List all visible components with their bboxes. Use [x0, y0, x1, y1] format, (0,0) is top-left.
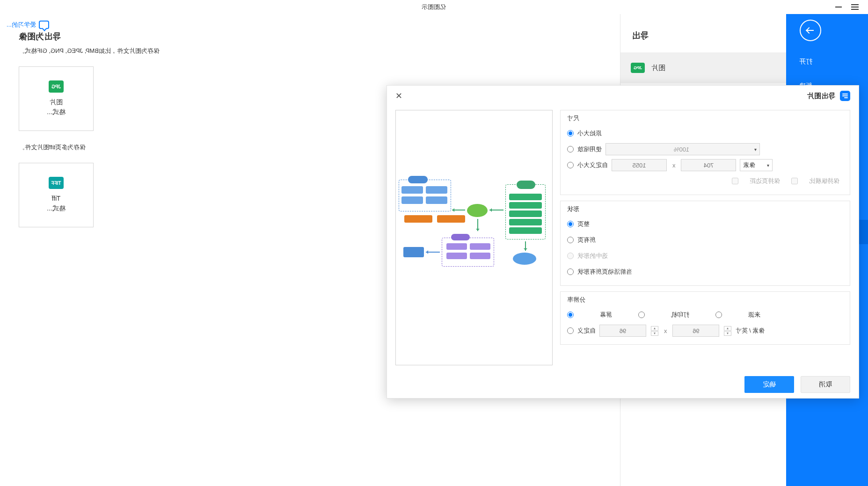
group-title-res: 分辨率 — [567, 296, 843, 304]
checkbox-margin-label: 保持页边距 — [750, 177, 780, 185]
radio-full-page[interactable] — [567, 221, 574, 227]
unit-value: 像素 — [744, 161, 756, 169]
study-bubble-label: 爱学习的... — [7, 21, 36, 29]
jpg-badge-icon: JPG — [631, 63, 645, 73]
export-item-image[interactable]: 图片 JPG — [620, 52, 786, 83]
zoom-value: 100% — [609, 146, 754, 153]
opt-source-label: 来源 — [748, 311, 760, 319]
radio-original-size[interactable] — [567, 130, 574, 137]
study-bubble[interactable]: 爱学习的... — [7, 21, 49, 29]
res-unit-label: 像素 / 英寸 — [736, 326, 765, 335]
app-title: 亿图图示 — [422, 3, 446, 11]
opt-zoom-label: 使用缩放 — [577, 145, 602, 153]
opt-allpages-label: 所有页 — [577, 236, 596, 244]
opt-original-label: 原始大小 — [577, 129, 602, 138]
close-icon[interactable]: ✕ — [395, 91, 402, 101]
export-image-dialog: 导出图片 ✕ 尺寸 原始大小 ▾ 100% 使用缩放 — [387, 85, 859, 399]
res-spinner-1[interactable]: ▴▾ — [650, 326, 658, 336]
opt-custom-label: 自定义大小 — [577, 161, 608, 169]
height-input[interactable] — [681, 159, 737, 171]
arrow-right-icon — [807, 27, 814, 34]
radio-zoom[interactable] — [567, 146, 574, 152]
radio-source[interactable] — [715, 312, 722, 318]
radio-screen[interactable] — [567, 312, 574, 318]
opt-allshapes-label: 当前活动页所有形状 — [577, 268, 632, 276]
width-input[interactable] — [612, 159, 667, 171]
sidebar-label: 打开 — [799, 58, 812, 66]
tile-label: 图片 格式... — [47, 97, 66, 117]
shape-group: 形状 整页 所有页 选中的形状 当前活动页所有形状 — [560, 201, 850, 286]
app-logo-icon — [840, 91, 850, 101]
ok-button[interactable]: 确定 — [744, 376, 794, 393]
hamburger-icon[interactable] — [851, 7, 859, 7]
flowchart-preview — [400, 181, 548, 294]
chevron-down-icon: ▾ — [754, 147, 757, 152]
tiff-icon: TIFF — [49, 177, 64, 189]
sidebar-item-open[interactable]: 打开 — [786, 50, 868, 74]
group-title-size: 尺寸 — [567, 114, 843, 123]
opt-printer-label: 打印机 — [671, 311, 689, 319]
res-input-1[interactable] — [599, 325, 646, 337]
zoom-combo[interactable]: ▾ 100% — [605, 143, 760, 155]
tile-image-format[interactable]: JPG 图片 格式... — [19, 66, 94, 131]
export-header: 导出 — [620, 30, 786, 41]
opt-screen-label: 屏幕 — [600, 311, 612, 319]
export-item-label: 图片 — [651, 64, 665, 73]
radio-printer[interactable] — [638, 312, 645, 318]
resolution-group: 分辨率 来源 打印机 屏幕 像素 / 英寸 ▴▾ x ▴▾ 自定义 — [560, 291, 850, 345]
x-separator: x — [672, 162, 676, 169]
tile-label: Tiff 格式... — [47, 194, 66, 213]
tile-tiff-format[interactable]: TIFF Tiff 格式... — [19, 163, 94, 227]
back-button[interactable] — [800, 20, 821, 41]
checkbox-aspect-label: 保持纵横比 — [809, 177, 839, 185]
opt-rescustom-label: 自定义 — [577, 326, 596, 335]
jpg-icon: JPG — [49, 80, 64, 93]
opt-selection-label: 选中的形状 — [577, 252, 608, 260]
radio-custom-size[interactable] — [567, 162, 574, 168]
x-separator: x — [664, 327, 667, 334]
detail-title: 导出为图像 — [19, 31, 601, 42]
unit-combo[interactable]: ▾ 像素 — [740, 159, 773, 171]
size-group: 尺寸 原始大小 ▾ 100% 使用缩放 ▾ 像素 — [560, 110, 850, 195]
speech-bubble-icon — [39, 21, 49, 29]
detail-desc: 保存为图片文件，比如BMP, JPEG, PNG, GIF格式。 — [19, 47, 601, 55]
ok-label: 确定 — [763, 380, 776, 389]
group-title-shape: 形状 — [567, 205, 843, 213]
radio-selection[interactable] — [567, 253, 574, 259]
dialog-title: 导出图片 — [807, 92, 835, 101]
checkbox-aspect-ratio[interactable] — [732, 178, 738, 184]
opt-fullpage-label: 整页 — [577, 220, 590, 228]
chevron-down-icon: ▾ — [767, 163, 770, 168]
res-input-2[interactable] — [673, 325, 720, 337]
radio-all-shapes[interactable] — [567, 268, 574, 275]
cancel-label: 取消 — [819, 380, 832, 389]
checkbox-keep-margin[interactable] — [791, 178, 798, 184]
cancel-button[interactable]: 取消 — [801, 376, 850, 393]
res-spinner-2[interactable]: ▴▾ — [723, 326, 732, 336]
minimize-icon[interactable] — [835, 7, 842, 7]
radio-res-custom[interactable] — [567, 327, 574, 334]
radio-all-pages[interactable] — [567, 237, 574, 243]
preview-pane — [395, 110, 553, 365]
